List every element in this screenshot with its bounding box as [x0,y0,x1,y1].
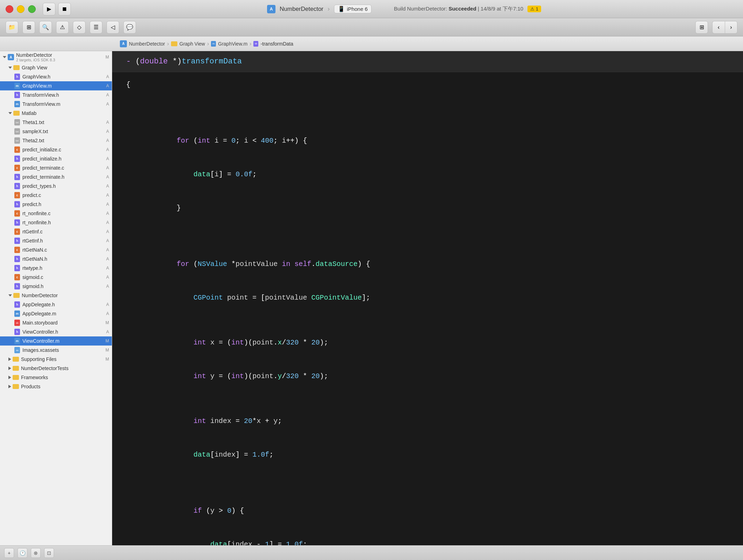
navigator-button[interactable]: ⊞ [22,21,35,34]
fullscreen-button[interactable] [28,5,36,13]
clock-button[interactable]: 🕐 [18,548,27,558]
sidebar-root-badge: M [105,55,109,60]
sidebar-file-predict-term-h[interactable]: h predict_terminate.h A [0,172,112,182]
sidebar-file-samplex[interactable]: txt sampleX.txt A [0,127,112,136]
numberdetectortests-expand-icon [8,367,11,370]
sidebar-file-rtgetinf-h[interactable]: h rtGetInf.h A [0,236,112,245]
sidebar-transformview-h-label: TransformView.h [22,92,105,98]
code-body[interactable]: { for (int i = 0; i < 400; i++) { data[i… [112,72,743,545]
theta1-icon: txt [14,119,20,125]
warning-button[interactable]: ⊡ [44,548,54,558]
sidebar-group-numberdetectortests[interactable]: NumberDetectorTests [0,364,112,373]
issue-navigator-button[interactable]: ⚠ [56,21,69,34]
code-editor[interactable]: - (double *)transformData { for (int i =… [112,51,743,545]
sidebar-file-predict-init-c[interactable]: c predict_initialize.c A [0,145,112,154]
predict-types-h-icon: h [14,183,20,189]
sidebar-file-sigmoid-c[interactable]: c sigmoid.c A [0,273,112,282]
sidebar-file-transformview-m[interactable]: m TransformView.m A [0,100,112,109]
sidebar-file-predict-types-h[interactable]: h predict_types.h A [0,182,112,191]
sidebar-appdelegate-h-label: AppDelegate.h [22,302,105,307]
sidebar-file-main-storyboard[interactable]: sb Main.storyboard M [0,318,112,327]
sidebar-file-rt-nonfinite-h[interactable]: h rt_nonfinite.h A [0,218,112,227]
project-name: NumberDetector [280,6,323,13]
frameworks-folder-icon [13,374,19,381]
breadcrumb-file[interactable]: GraphView.m [218,41,247,47]
sidebar-file-appdelegate-h[interactable]: h AppDelegate.h A [0,300,112,309]
sidebar-sigmoid-h-badge: A [106,284,109,289]
sidebar-transformview-m-label: TransformView.m [22,101,105,107]
device-selector[interactable]: 📱 iPhone 6 [334,5,372,13]
sidebar-root-subtitle: 2 targets, iOS SDK 8.3 [16,58,104,62]
sidebar-file-images-xcassets[interactable]: xa Images.xcassets M [0,346,112,355]
products-expand-icon [8,385,11,388]
search-button[interactable]: 🔍 [39,21,52,34]
sidebar-group-numberdetector[interactable]: NumberDetector [0,291,112,300]
theta2-icon: txt [14,137,20,144]
sidebar-file-graphview-m[interactable]: m GraphView.m A [0,81,112,90]
nav-back-button[interactable]: ‹ [712,21,725,34]
images-xcassets-icon: xa [14,347,20,353]
test-navigator-button[interactable]: ◇ [73,21,86,34]
sidebar-file-predict-h[interactable]: h predict.h A [0,200,112,209]
warning-badge[interactable]: ⚠ 1 [527,6,541,12]
sidebar-file-rtwtype-h[interactable]: h rtwtype.h A [0,264,112,273]
sidebar-group-frameworks[interactable]: Frameworks [0,373,112,382]
sidebar-file-predict-term-c[interactable]: c predict_terminate.c A [0,163,112,172]
sidebar-file-rt-nonfinite-c[interactable]: c rt_nonfinite.c A [0,209,112,218]
code-line-2 [126,90,729,102]
sidebar-group-supporting-files[interactable]: Supporting Files M [0,355,112,364]
error-button[interactable]: ⊗ [31,548,41,558]
sidebar-group-products-label: Products [21,384,109,389]
sidebar-images-xcassets-badge: M [105,348,109,353]
report-navigator-button[interactable]: 💬 [123,21,136,34]
sidebar-file-theta1[interactable]: txt Theta1.txt A [0,118,112,127]
sidebar-group-matlab[interactable]: Matlab [0,109,112,118]
sidebar-file-rtgetnan-h[interactable]: h rtGetNaN.h A [0,254,112,264]
sidebar-file-transformview-h[interactable]: h TransformView.h A [0,90,112,100]
sidebar-file-theta2[interactable]: txt Theta2.txt A [0,136,112,145]
sidebar-rtgetnan-c-label: rtGetNaN.c [22,247,105,253]
minimize-button[interactable] [17,5,25,13]
folder-toggle-button[interactable]: 📁 [6,21,18,34]
sidebar-theta1-label: Theta1.txt [22,119,105,125]
sidebar-group-graph-view[interactable]: Graph View [0,63,112,72]
sidebar-file-rtgetnan-c[interactable]: c rtGetNaN.c A [0,245,112,254]
grid-view-button[interactable]: ⊞ [695,21,708,34]
sidebar-file-rtgetinf-c[interactable]: c rtGetInf.c A [0,227,112,236]
debug-navigator-button[interactable]: ☰ [90,21,102,34]
breadcrumb-folder[interactable]: Graph View [179,41,205,47]
code-line-3 [126,102,729,113]
viewcontroller-m-icon: m [14,338,20,344]
sidebar-file-sigmoid-h[interactable]: h sigmoid.h A [0,282,112,291]
sidebar-file-viewcontroller-h[interactable]: h ViewController.h A [0,327,112,336]
transformview-h-icon: h [14,92,20,98]
add-button[interactable]: + [4,548,14,558]
sidebar-file-graphview-h[interactable]: h GraphView.h A [0,72,112,81]
sidebar-predict-init-c-badge: A [106,147,109,152]
sidebar-root[interactable]: A NumberDetector 2 targets, iOS SDK 8.3 … [0,51,112,63]
breadcrumb-project[interactable]: NumberDetector [129,41,165,47]
title-bar: ▶ ⏹ A NumberDetector › 📱 iPhone 6 Build … [0,0,743,18]
sidebar-group-supporting-files-label: Supporting Files [21,356,104,362]
breadcrumb-method[interactable]: -transformData [260,41,293,47]
sidebar-viewcontroller-h-label: ViewController.h [22,329,105,335]
stop-button[interactable]: ⏹ [58,3,71,15]
sidebar-file-viewcontroller-m[interactable]: m ViewController.m M [0,336,112,346]
sidebar-predict-h-badge: A [106,202,109,207]
sidebar-file-predict-c[interactable]: c predict.c A [0,191,112,200]
sidebar-sigmoid-c-badge: A [106,275,109,280]
breakpoint-button[interactable]: ◁ [107,21,119,34]
sidebar-predict-c-badge: A [106,193,109,198]
sidebar-predict-term-c-badge: A [106,165,109,170]
predict-term-h-icon: h [14,174,20,180]
close-button[interactable] [6,5,13,13]
sidebar-group-products[interactable]: Products [0,382,112,391]
sidebar-file-appdelegate-m[interactable]: m AppDelegate.m A [0,309,112,318]
nav-forward-button[interactable]: › [725,21,737,34]
code-line-if: if (y > 0) { [126,494,729,528]
play-button[interactable]: ▶ [43,3,55,15]
rtgetnan-c-icon: c [14,247,20,253]
sidebar-file-predict-init-h[interactable]: h predict_initialize.h A [0,154,112,163]
code-line-data-assign: data[i] = 0.0f; [126,158,729,191]
sidebar-rtwtype-h-badge: A [106,266,109,271]
